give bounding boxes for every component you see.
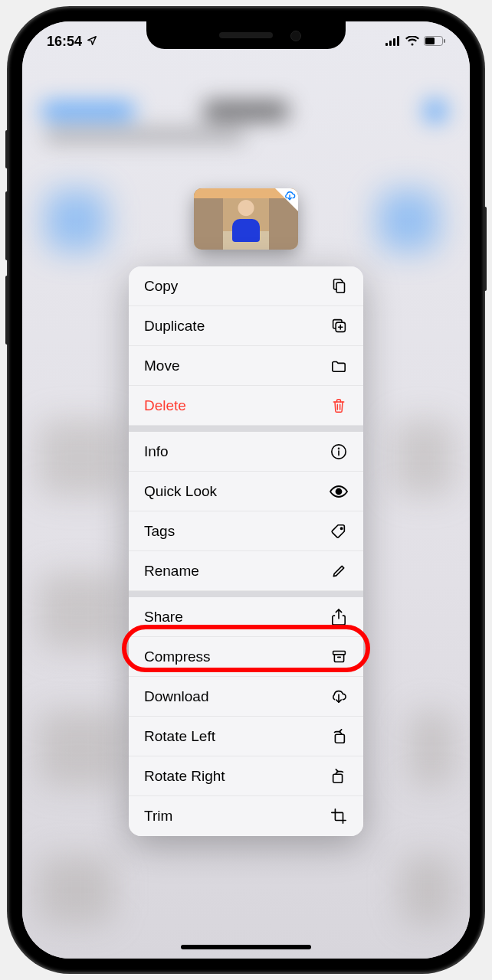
menu-label: Info <box>144 443 169 460</box>
svg-rect-5 <box>425 38 435 44</box>
battery-icon <box>424 34 445 50</box>
menu-label: Rename <box>144 563 199 580</box>
menu-label: Tags <box>144 523 175 540</box>
svg-rect-3 <box>397 36 399 46</box>
menu-label: Quick Look <box>144 483 217 500</box>
context-menu: Copy Duplicate Move Delete <box>129 266 363 836</box>
notch <box>146 21 346 49</box>
menu-label: Duplicate <box>144 318 205 335</box>
menu-item-download[interactable]: Download <box>129 677 363 717</box>
rotate-right-icon <box>330 767 348 786</box>
rotate-left-icon <box>330 727 348 746</box>
location-icon <box>87 34 97 50</box>
duplicate-icon <box>330 317 348 335</box>
pencil-icon <box>330 562 348 580</box>
menu-item-copy[interactable]: Copy <box>129 266 363 306</box>
folder-icon <box>330 357 348 375</box>
home-indicator[interactable] <box>181 945 311 949</box>
crop-icon <box>330 807 348 825</box>
svg-rect-15 <box>335 734 344 743</box>
cellular-icon <box>385 34 401 50</box>
svg-rect-16 <box>333 774 343 782</box>
menu-separator <box>129 591 363 597</box>
status-time: 16:54 <box>47 34 82 50</box>
svg-rect-0 <box>385 43 388 46</box>
menu-label: Delete <box>144 397 186 414</box>
svg-point-12 <box>336 488 342 494</box>
menu-label: Rotate Left <box>144 728 215 745</box>
info-icon <box>330 443 348 461</box>
trash-icon <box>330 397 348 415</box>
tag-icon <box>330 522 348 541</box>
menu-item-info[interactable]: Info <box>129 432 363 472</box>
menu-item-trim[interactable]: Trim <box>129 796 363 836</box>
menu-separator <box>129 426 363 432</box>
menu-label: Copy <box>144 278 178 295</box>
screen: 16:54 <box>22 21 470 959</box>
svg-point-11 <box>339 448 339 449</box>
menu-label: Compress <box>144 648 211 665</box>
archive-icon <box>330 648 348 666</box>
menu-item-delete[interactable]: Delete <box>129 386 363 426</box>
svg-rect-1 <box>389 41 392 46</box>
menu-item-move[interactable]: Move <box>129 346 363 386</box>
menu-item-duplicate[interactable]: Duplicate <box>129 306 363 346</box>
menu-item-rename[interactable]: Rename <box>129 551 363 591</box>
svg-rect-7 <box>336 283 345 292</box>
menu-label: Trim <box>144 808 172 825</box>
svg-rect-14 <box>333 652 345 655</box>
cloud-download-icon <box>284 191 296 204</box>
menu-item-quick-look[interactable]: Quick Look <box>129 472 363 511</box>
eye-icon <box>330 482 348 501</box>
menu-item-rotate-left[interactable]: Rotate Left <box>129 717 363 756</box>
wifi-icon <box>405 34 419 50</box>
menu-item-rotate-right[interactable]: Rotate Right <box>129 756 363 796</box>
menu-label: Download <box>144 688 209 705</box>
svg-rect-2 <box>393 38 395 46</box>
menu-label: Rotate Right <box>144 768 225 785</box>
share-icon <box>330 608 348 626</box>
menu-item-compress[interactable]: Compress <box>129 637 363 677</box>
svg-rect-6 <box>444 39 445 43</box>
svg-point-13 <box>340 528 342 529</box>
file-thumbnail[interactable] <box>194 188 298 250</box>
cloud-download-icon <box>330 688 348 706</box>
menu-item-tags[interactable]: Tags <box>129 511 363 551</box>
menu-item-share[interactable]: Share <box>129 597 363 637</box>
copy-icon <box>330 277 348 296</box>
phone-frame: 16:54 <box>8 8 484 972</box>
menu-label: Share <box>144 609 183 626</box>
menu-label: Move <box>144 358 179 374</box>
